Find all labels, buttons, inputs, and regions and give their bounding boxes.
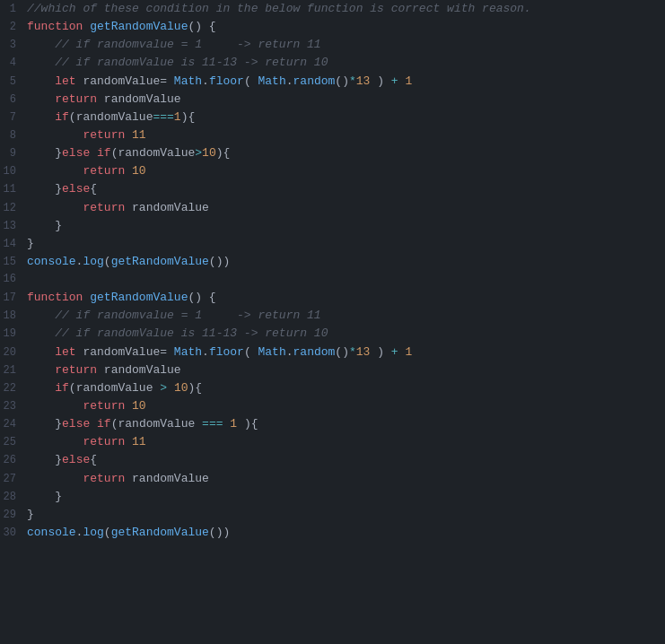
line-content: }else if(randomValue>10){	[27, 144, 665, 162]
plain-token: ())	[209, 255, 230, 268]
line-content: // if randomValue is 11-13 -> return 10	[27, 54, 665, 72]
line-content: return randomValue	[27, 91, 665, 109]
code-line: 29}	[0, 506, 665, 524]
keyword-token: function	[27, 20, 83, 33]
line-number: 24	[0, 416, 27, 433]
plain-token: (randomValue	[111, 146, 196, 160]
line-content: }	[27, 235, 665, 253]
plain-token	[27, 38, 55, 51]
method-token: Math	[258, 74, 286, 88]
method-token: Math	[174, 345, 202, 359]
code-line: 28 }	[0, 488, 665, 506]
line-number: 17	[0, 290, 27, 307]
line-content: return 10	[27, 162, 665, 180]
plain-token	[27, 309, 55, 322]
line-number: 27	[0, 471, 27, 488]
code-line: 30console.log(getRandomValue())	[0, 524, 665, 542]
plain-token	[27, 363, 55, 377]
plain-token: {	[90, 453, 97, 466]
line-content: if(randomValue===1){	[27, 109, 665, 126]
method-token: console	[27, 526, 76, 539]
number-token: 1	[405, 345, 412, 359]
line-number: 6	[0, 91, 27, 109]
plain-token	[27, 417, 55, 431]
code-line: 9 }else if(randomValue>10){	[0, 144, 665, 162]
line-content: }else if(randomValue === 1 ){	[27, 415, 665, 433]
keyword-token: if	[55, 381, 69, 395]
plain-token: randomValue	[125, 472, 209, 485]
operator-token: *	[349, 345, 356, 359]
code-line: 1//which of these condition in the below…	[0, 0, 665, 18]
plain-token: .	[202, 345, 209, 359]
method-token: floor	[209, 74, 244, 88]
code-line: 20 let randomValue= Math.floor( Math.ran…	[0, 344, 665, 361]
code-line: 27 return randomValue	[0, 470, 665, 488]
line-number: 9	[0, 145, 27, 162]
code-line: 6 return randomValue	[0, 91, 665, 109]
line-number: 21	[0, 362, 27, 379]
plain-token: randomValue	[97, 363, 181, 377]
code-line: 14}	[0, 235, 665, 253]
plain-token: }	[27, 490, 62, 503]
line-number: 29	[0, 507, 27, 524]
line-number: 15	[0, 254, 27, 271]
keyword-token: return	[83, 435, 125, 448]
plain-token	[27, 472, 83, 485]
plain-token	[27, 182, 55, 196]
plain-token	[27, 326, 55, 340]
number-token: 13	[356, 74, 371, 88]
keyword-token: return	[83, 201, 125, 214]
keyword-token: else	[62, 146, 90, 160]
function-token: getRandomValue	[111, 255, 209, 268]
keyword-token: if	[97, 146, 111, 160]
plain-token	[167, 381, 174, 395]
plain-token: ){	[188, 381, 202, 395]
plain-token: }	[55, 453, 62, 466]
plain-token: (	[244, 74, 258, 88]
keyword-token: return	[55, 92, 97, 106]
line-content: return 11	[27, 126, 665, 144]
code-line: 17function getRandomValue() {	[0, 289, 665, 307]
plain-token: () {	[188, 291, 215, 304]
line-content: console.log(getRandomValue())	[27, 524, 665, 542]
keyword-token: else	[62, 182, 90, 196]
line-number: 11	[0, 181, 27, 198]
code-line: 12 return randomValue	[0, 199, 665, 217]
plain-token: ){	[216, 146, 231, 160]
keyword-token: let	[55, 74, 75, 88]
line-number: 1	[0, 1, 27, 18]
plain-token: (randomValue	[69, 110, 153, 124]
number-token: 10	[202, 146, 216, 160]
line-content: }	[27, 217, 665, 235]
plain-token: }	[55, 146, 62, 160]
keyword-token: return	[55, 363, 97, 377]
plain-token: }	[27, 237, 34, 250]
method-token: Math	[174, 74, 202, 88]
keyword-token: return	[83, 399, 125, 413]
line-number: 16	[0, 271, 27, 288]
plain-token: ){	[237, 417, 258, 431]
code-line: 8 return 11	[0, 126, 665, 144]
plain-token	[27, 345, 55, 359]
line-content: return randomValue	[27, 199, 665, 217]
line-number: 25	[0, 434, 27, 451]
plain-token: }	[27, 508, 34, 521]
code-line: 2function getRandomValue() {	[0, 18, 665, 36]
line-number: 7	[0, 109, 27, 126]
plain-token	[27, 453, 55, 466]
operator-token: +	[391, 74, 398, 88]
method-token: log	[83, 526, 103, 539]
code-line: 21 return randomValue	[0, 361, 665, 379]
line-number: 18	[0, 308, 27, 325]
line-content: return 10	[27, 397, 665, 415]
line-content: }else{	[27, 451, 665, 469]
number-token: 11	[132, 435, 146, 448]
code-line: 22 if(randomValue > 10){	[0, 379, 665, 397]
code-line: 5 let randomValue= Math.floor( Math.rand…	[0, 73, 665, 91]
number-token: 10	[174, 381, 188, 395]
keyword-token: let	[55, 345, 75, 359]
line-number: 13	[0, 218, 27, 235]
plain-token: }	[55, 182, 62, 196]
line-content: //which of these condition in the below …	[27, 0, 665, 18]
method-token: Math	[258, 345, 286, 359]
